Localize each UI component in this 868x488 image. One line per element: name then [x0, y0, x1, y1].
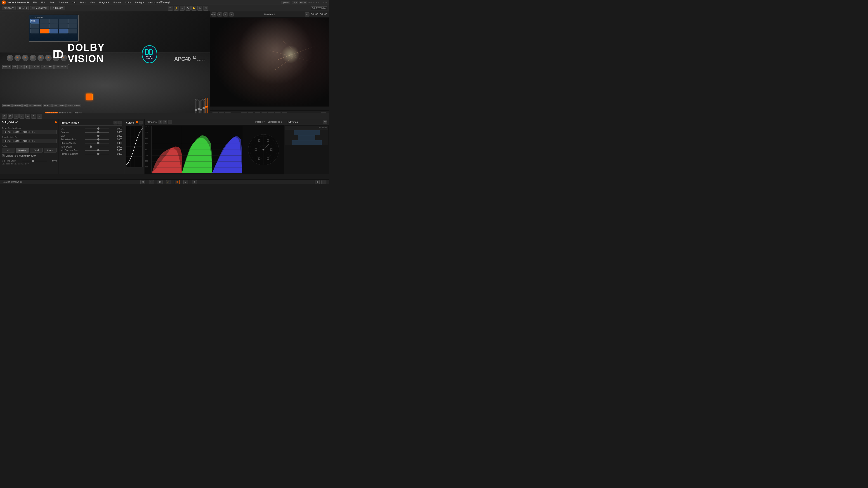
- fader-3[interactable]: [200, 100, 202, 114]
- fusion-nav-btn[interactable]: ✨: [166, 180, 171, 184]
- monitor-btn-4[interactable]: [59, 19, 68, 24]
- wand-tool-btn[interactable]: ⚡: [174, 6, 179, 11]
- audio-nav-btn[interactable]: ♪: [183, 180, 188, 184]
- monitor-btn-2[interactable]: [40, 19, 49, 24]
- reset-btn[interactable]: ↺: [114, 121, 118, 125]
- menu-color[interactable]: Color: [123, 1, 133, 4]
- monitor-row3-btn2[interactable]: [40, 29, 49, 33]
- settings-nav-btn[interactable]: ⚙: [315, 180, 320, 184]
- color-tool-6[interactable]: ⊟: [31, 113, 36, 119]
- deliver-nav-btn[interactable]: ✈: [192, 180, 197, 184]
- color-tool-1[interactable]: ⊞: [2, 113, 7, 119]
- menu-view[interactable]: View: [88, 1, 97, 4]
- menu-playback[interactable]: Playback: [97, 1, 111, 4]
- menu-clip[interactable]: Clip: [70, 1, 78, 4]
- monitor-row2-btn1[interactable]: [30, 24, 39, 29]
- media-pool-nav-btn[interactable]: ⊞: [141, 180, 145, 184]
- preview-mode-3-btn[interactable]: ⊟: [229, 12, 234, 17]
- analyze-all-btn[interactable]: All: [2, 148, 15, 153]
- gain-slider[interactable]: [85, 136, 109, 136]
- pencil-tool-btn[interactable]: ✏: [168, 6, 173, 11]
- color-tool-2[interactable]: ⊡: [8, 113, 13, 119]
- edit-nav-btn[interactable]: ⊡: [158, 180, 162, 184]
- cut-nav-btn[interactable]: ✂: [149, 180, 154, 184]
- color-nav-btn[interactable]: ⚙: [175, 180, 180, 184]
- upload-nav-btn[interactable]: ↑: [321, 180, 327, 184]
- fader-1[interactable]: [195, 100, 197, 114]
- scopes-settings-btn[interactable]: ⚙: [163, 120, 167, 124]
- clips-btn[interactable]: Clips: [291, 1, 298, 4]
- knob-5[interactable]: [37, 55, 44, 61]
- analyze-frame-btn[interactable]: Frame: [43, 148, 57, 153]
- pan-btn[interactable]: Pan: [19, 65, 24, 69]
- highlight-clipping-slider[interactable]: [85, 154, 109, 154]
- monitor-row3-btn5[interactable]: [68, 29, 77, 33]
- chroma-weight-slider[interactable]: [85, 143, 109, 143]
- menu-mark[interactable]: Mark: [79, 1, 88, 4]
- vectorscope-selector[interactable]: Vectorscope ▾: [268, 121, 282, 123]
- lit-orange-btn[interactable]: [86, 94, 93, 100]
- knob-4[interactable]: [30, 55, 36, 61]
- scopes-type-selector[interactable]: Parade ▾: [255, 121, 265, 123]
- mid-tone-slider[interactable]: [22, 161, 47, 161]
- menu-fairlight[interactable]: Fairlight: [133, 1, 146, 4]
- monitor-row2-btn4[interactable]: [59, 24, 68, 29]
- play-btn[interactable]: ▶: [24, 65, 30, 69]
- enable-tone-checkbox[interactable]: ✓: [2, 154, 4, 157]
- preview-zoom-btn[interactable]: 48% ▾: [212, 12, 216, 17]
- custom-btn[interactable]: CUSTOM: [2, 65, 11, 69]
- preview-mode-2-btn[interactable]: ⊡: [223, 12, 228, 17]
- fader-2[interactable]: [198, 100, 199, 114]
- fader-4[interactable]: [203, 100, 205, 114]
- clip-trk-btn[interactable]: CLIP TRK: [31, 65, 40, 69]
- monitor-row2-btn2[interactable]: [40, 24, 49, 29]
- hand-tool-btn[interactable]: ✋: [191, 6, 196, 11]
- append-graph-btn[interactable]: APPEND GRAPH: [66, 104, 81, 107]
- scopes-menu-btn[interactable]: •••: [168, 120, 172, 124]
- monitor-row3-btn4[interactable]: [59, 29, 68, 33]
- dots-menu-btn[interactable]: •••: [118, 121, 122, 125]
- monitor-row3-btn1[interactable]: [30, 29, 39, 33]
- luts-btn[interactable]: ▦ LUTs: [17, 6, 29, 10]
- analyze-blend-btn[interactable]: Blend: [30, 148, 43, 153]
- hue-lum-btn[interactable]: HUE LUM: [12, 104, 22, 107]
- knob-1[interactable]: [7, 55, 13, 61]
- hue-hue-btn[interactable]: HUE HUE: [2, 104, 12, 107]
- monitor-row2-btn5[interactable]: [68, 24, 77, 29]
- tone-detail-slider[interactable]: [85, 147, 109, 147]
- preview-mode-1-btn[interactable]: ⊞: [217, 12, 222, 17]
- scopes-close-btn[interactable]: ✕: [147, 121, 148, 123]
- mask-tool-btn[interactable]: ○: [180, 6, 185, 11]
- copy-grade-btn[interactable]: COPY GRADE: [41, 65, 54, 69]
- knob-2[interactable]: [14, 55, 21, 61]
- lift-slider[interactable]: [85, 129, 109, 129]
- color-tool-5[interactable]: ◈: [25, 113, 30, 119]
- master-fader[interactable]: [205, 98, 208, 114]
- gamma-slider[interactable]: [85, 132, 109, 133]
- hsl-btn[interactable]: HSL: [12, 65, 18, 69]
- tracking-btn[interactable]: TRACKING TYPE: [27, 104, 42, 107]
- curves-dot-btn[interactable]: [136, 121, 138, 123]
- cursor-tool-btn[interactable]: ↖: [186, 6, 191, 11]
- gallery-btn[interactable]: ⊞ Gallery: [2, 6, 16, 10]
- more-tool-btn[interactable]: ⊡: [203, 6, 208, 11]
- menu-edit[interactable]: Edit: [39, 1, 47, 4]
- openFX-btn[interactable]: OpenFX: [281, 1, 290, 4]
- monitor-row3-btn3[interactable]: [49, 29, 58, 33]
- target-display-select[interactable]: 100-nit, BT.709, BT.1886, Full ▾: [2, 130, 57, 134]
- mem-btn[interactable]: MEM 1-4: [43, 104, 52, 107]
- 3d-btn[interactable]: 3D: [22, 104, 27, 107]
- scopes-layout-btn[interactable]: ⊞: [158, 120, 162, 124]
- media-pool-btn[interactable]: ⬛ Media Pool: [30, 6, 49, 10]
- monitor-btn-1[interactable]: SCENE LAUNCH: [30, 19, 39, 24]
- node-tool-btn[interactable]: ◈: [197, 6, 202, 11]
- apply-graph-btn[interactable]: APPLY GRAPH: [53, 104, 66, 107]
- monitor-row2-btn3[interactable]: [49, 24, 58, 29]
- kf-filter-btn[interactable]: All ▾: [323, 120, 327, 124]
- color-tool-3[interactable]: ○: [13, 113, 19, 119]
- menu-trim[interactable]: Trim: [48, 1, 56, 4]
- curves-menu-btn[interactable]: •••: [138, 121, 143, 125]
- monitor-btn-3[interactable]: [49, 19, 58, 24]
- nodes-btn[interactable]: Nodes: [299, 1, 307, 4]
- saturation-gain-slider[interactable]: [85, 139, 109, 140]
